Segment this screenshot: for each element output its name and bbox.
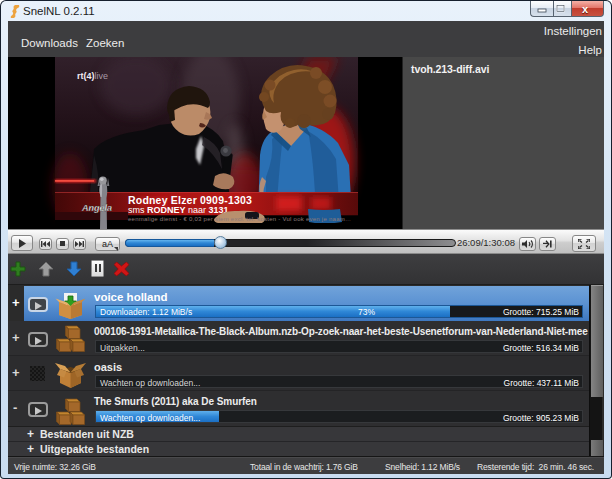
svg-text:Rodney Elzer 0909-1303: Rodney Elzer 0909-1303 <box>128 194 252 206</box>
svg-text:rt(4)live: rt(4)live <box>77 71 108 81</box>
svg-text:sms RODNEY naar 3131: sms RODNEY naar 3131 <box>128 205 229 215</box>
svg-text:Angela: Angela <box>81 203 112 213</box>
svg-text:x: x <box>582 3 589 15</box>
svg-text:eenmalige dienst - € 0,03 per: eenmalige dienst - € 0,03 per stem excl.… <box>128 216 351 222</box>
